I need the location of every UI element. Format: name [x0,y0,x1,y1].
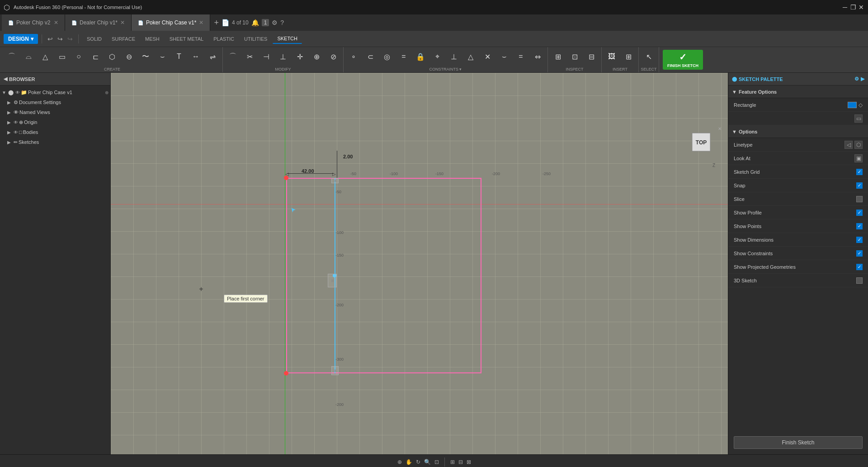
tool-display-settings-icon[interactable]: ⊞ [450,459,455,465]
tree-item-sketches[interactable]: ▶ ✏ Sketches [0,137,110,147]
tool-inspect[interactable]: ⊞ [550,48,566,66]
linetype-hex-icon[interactable]: ⬡ [854,141,863,149]
tab-close-poker-chip-v2[interactable]: ✕ [54,19,58,26]
tool-insert2[interactable]: ⊞ [620,48,637,66]
tool-equal[interactable]: = [513,48,529,66]
tool-polygon[interactable]: ⬡ [104,48,120,66]
tool-parallel[interactable]: ⌖ [429,48,445,66]
feature-options-section[interactable]: ▼ Feature Options [728,86,868,98]
tree-eye-origin[interactable]: 👁 [14,120,18,125]
tab-dealer-chip-v1[interactable]: 📄 Dealer Chip v1* ✕ [65,14,132,31]
tree-toggle-sketches[interactable]: ▶ [7,140,13,145]
sketch-grid-checkbox[interactable]: ✓ [856,169,863,175]
tool-pan-icon[interactable]: ✋ [406,459,412,465]
tool-collinear[interactable]: ⊂ [362,48,378,66]
tool-spline[interactable]: 〜 [137,48,154,66]
linetype-left-icon[interactable]: ◁ [844,141,853,149]
show-constraints-checkbox[interactable]: ✓ [856,250,863,257]
tool-coincident[interactable]: ∘ [345,48,362,66]
look-at-icon[interactable]: ▣ [854,154,863,162]
show-projected-checkbox[interactable]: ✓ [856,264,863,270]
snap-checkbox[interactable]: ✓ [856,182,863,189]
tool-symmetric[interactable]: ⇔ [529,48,546,66]
slice-checkbox[interactable] [856,196,863,202]
palette-collapse-icon[interactable]: ▶ [861,76,864,82]
tool-tangent[interactable]: ⌣ [496,48,512,66]
minimize-button[interactable]: ─ [842,4,848,10]
tool-dimension[interactable]: ↔ [188,48,204,66]
design-button[interactable]: DESIGN ▾ [4,34,38,44]
view-cube-close[interactable]: ✕ [718,126,722,131]
tree-item-root[interactable]: ▼ ⬤ 👁 📁 Poker Chip Case v1 ⊕ [0,87,110,97]
ws-tab-plastic[interactable]: PLASTIC [209,34,239,43]
tool-circle[interactable]: ○ [71,48,87,66]
tree-item-origin[interactable]: ▶ 👁 ⊕ Origin [0,117,110,127]
canvas[interactable]: -50 -100 -150 -200 -250 -50 -100 -150 -2… [111,73,728,454]
tree-item-doc-settings[interactable]: ▶ ⚙ Document Settings [0,97,110,107]
ws-tab-solid[interactable]: SOLID [82,34,106,43]
tool-trim[interactable]: ✂ [241,48,258,66]
tree-eye-bodies[interactable]: 👁 [14,130,18,135]
rectangle-color-swatch[interactable] [848,102,857,108]
3d-sketch-checkbox[interactable] [856,277,863,284]
tree-item-named-views[interactable]: ▶ 👁 Named Views [0,107,110,117]
tree-item-bodies[interactable]: ▶ 👁 □ Bodies [0,127,110,137]
tree-toggle-doc-settings[interactable]: ▶ [7,100,13,105]
tree-settings-root[interactable]: ⊕ [105,90,108,95]
tool-scale[interactable]: ⊕ [308,48,325,66]
tool-break[interactable]: ⊥ [275,48,291,66]
tool-arc[interactable]: ⌓ [20,48,37,66]
ws-tab-sheet-metal[interactable]: SHEET METAL [165,34,208,43]
tool-midpoint[interactable]: = [396,48,412,66]
tool-rectangle[interactable]: ▭ [54,48,70,66]
palette-settings-icon[interactable]: ⚙ [854,76,859,82]
browser-collapse-icon[interactable]: ◀ [4,76,7,82]
tool-conic[interactable]: ⌣ [154,48,170,66]
tool-zoom-fit-icon[interactable]: ⊡ [434,459,439,465]
help-icon[interactable]: ? [280,19,284,26]
rectangle-diamond-icon[interactable]: ◇ [859,102,863,108]
ws-tab-utilities[interactable]: UTILITIES [240,34,272,43]
add-tab-button[interactable]: + [214,18,219,28]
tool-inspect2[interactable]: ⊡ [566,48,583,66]
tool-offset[interactable]: ⊘ [325,48,341,66]
finish-sketch-button[interactable]: ✓ FINISH SKETCH [663,50,703,70]
tab-poker-chip-v2[interactable]: 📄 Poker Chip v2 ✕ [2,14,65,31]
tool-mirror[interactable]: ⇌ [204,48,221,66]
tab-close-poker-chip-case-v1[interactable]: ✕ [199,19,203,26]
tool-view-settings-icon[interactable]: ⊠ [467,459,471,465]
undo-button[interactable]: ↩ [46,34,55,43]
tool-inspect3[interactable]: ⊟ [583,48,599,66]
tab-close-dealer-chip-v1[interactable]: ✕ [120,19,125,26]
tool-move[interactable]: ✛ [292,48,308,66]
notification-icon[interactable]: 🔔 [251,19,259,26]
options-section[interactable]: ▼ Options [728,125,868,138]
tool-text[interactable]: T [171,48,187,66]
ws-tab-sketch[interactable]: SKETCH [273,34,302,44]
tool-horizontal[interactable]: △ [462,48,479,66]
tool-zoom-in-icon[interactable]: 🔍 [424,459,431,465]
view-cube[interactable]: TOP ✕ Z [685,131,717,162]
tool-fix[interactable]: 🔒 [412,48,429,66]
close-button[interactable]: ✕ [858,4,864,10]
tool-extend[interactable]: ⊣ [258,48,274,66]
ws-tab-mesh[interactable]: MESH [141,34,164,43]
tree-toggle-bodies[interactable]: ▶ [7,130,13,135]
tool-concentric[interactable]: ◎ [379,48,395,66]
tool-select[interactable]: ↖ [641,48,657,66]
palette-finish-sketch-button[interactable]: Finish Sketch [734,436,863,449]
tool-grid-settings-icon[interactable]: ⊟ [458,459,463,465]
tool-ellipse[interactable]: ⊖ [121,48,137,66]
tool-perpendicular[interactable]: ⊥ [446,48,462,66]
tool-rotate-icon[interactable]: ↻ [416,459,420,465]
restore-button[interactable]: ❐ [850,4,856,10]
tree-toggle-origin[interactable]: ▶ [7,120,13,125]
ws-tab-surface[interactable]: SURFACE [107,34,140,43]
tool-fillet[interactable]: ⌒ [225,48,241,66]
tool-line[interactable]: ⌒ [4,48,20,66]
show-dimensions-checkbox[interactable]: ✓ [856,237,863,243]
tool-insert-img[interactable]: 🖼 [604,48,620,66]
tree-toggle-root[interactable]: ▼ [2,90,7,95]
show-points-checkbox[interactable]: ✓ [856,223,863,229]
settings-icon[interactable]: ⚙ [272,19,278,26]
